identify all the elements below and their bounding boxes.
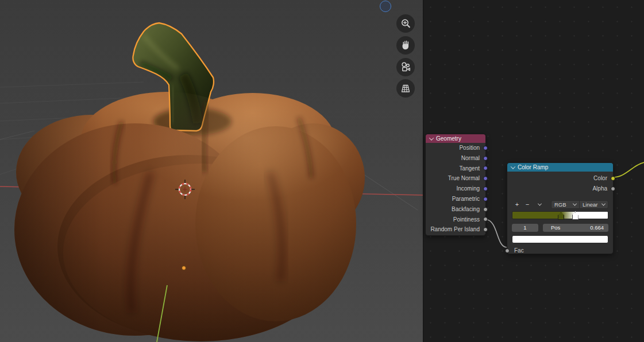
blender-window: Geometry Position Normal Tangent True No… xyxy=(0,0,644,342)
output-label: Parametric xyxy=(452,196,480,202)
color-ramp-node[interactable]: Color Ramp Color Alpha + − xyxy=(507,162,614,254)
output-row-incoming: Incoming xyxy=(426,184,485,194)
output-row-normal: Normal xyxy=(426,153,485,164)
output-row-pointiness: Pointiness xyxy=(426,215,485,225)
geometry-node[interactable]: Geometry Position Normal Tangent True No… xyxy=(425,134,486,236)
ramp-options-dropdown[interactable] xyxy=(533,200,546,209)
socket-backfacing[interactable] xyxy=(483,207,488,212)
output-row-alpha: Alpha xyxy=(507,184,613,194)
stop-index-field[interactable]: 1 xyxy=(512,224,538,232)
output-row-true-normal: True Normal xyxy=(426,173,485,184)
socket-position[interactable] xyxy=(483,146,488,150)
output-label: Backfacing xyxy=(452,206,480,212)
output-label: Position xyxy=(459,145,480,151)
add-stop-button[interactable]: + xyxy=(512,200,522,209)
input-label-fac: Fac xyxy=(514,247,524,254)
output-label: Tangent xyxy=(459,165,480,172)
geometry-node-title: Geometry xyxy=(436,135,461,142)
output-label: Incoming xyxy=(456,185,480,192)
pos-label: Pos xyxy=(551,224,560,232)
color-ramp-node-title: Color Ramp xyxy=(518,164,548,170)
socket-normal[interactable] xyxy=(483,156,488,161)
output-row-color: Color xyxy=(507,173,613,184)
collapse-chevron-icon[interactable] xyxy=(511,164,515,169)
output-row-backfacing: Backfacing xyxy=(426,204,485,215)
collapse-chevron-icon[interactable] xyxy=(429,135,434,140)
socket-parametric[interactable] xyxy=(483,197,488,201)
zoom-button[interactable] xyxy=(396,14,415,33)
output-row-parametric: Parametric xyxy=(426,194,485,204)
remove-stop-button[interactable]: − xyxy=(522,200,533,209)
grid-icon xyxy=(400,83,411,94)
stop-color-swatch[interactable] xyxy=(512,235,608,243)
navigation-gizmo-ball[interactable] xyxy=(380,1,391,12)
color-mode-dropdown[interactable]: RGB xyxy=(551,200,580,209)
output-label: Alpha xyxy=(592,185,607,192)
link-pointiness-to-fac[interactable] xyxy=(486,220,507,248)
chevron-down-icon xyxy=(601,202,606,206)
ramp-stop-handle-0[interactable] xyxy=(558,212,564,220)
socket-alpha-output[interactable] xyxy=(611,186,615,191)
ramp-fields: 1 Pos 0.664 xyxy=(512,224,608,232)
camera-view-button[interactable] xyxy=(396,58,415,76)
output-row-position: Position xyxy=(426,143,485,153)
pos-value: 0.664 xyxy=(590,224,604,232)
output-label: Random Per Island xyxy=(430,226,480,232)
camera-icon xyxy=(400,61,411,73)
color-ramp-gradient-bar[interactable] xyxy=(512,211,608,219)
interpolation-dropdown[interactable]: Linear xyxy=(580,200,608,209)
output-label: Pointiness xyxy=(453,216,480,223)
link-color-output[interactable] xyxy=(614,162,644,177)
object-origin-dot[interactable] xyxy=(182,266,186,270)
ramp-stop-handle-1[interactable] xyxy=(572,212,579,220)
chevron-down-icon xyxy=(537,202,541,206)
input-row-fac: Fac xyxy=(512,246,608,255)
pumpkin-shading xyxy=(0,75,423,342)
color-mode-value: RGB xyxy=(554,201,566,208)
stop-position-slider[interactable]: Pos 0.664 xyxy=(543,224,608,232)
orthographic-grid-button[interactable] xyxy=(396,79,415,98)
output-row-random-per-island: Random Per Island xyxy=(426,224,485,235)
pan-hand-button[interactable] xyxy=(396,36,415,55)
output-label: Normal xyxy=(461,155,480,161)
geometry-node-header[interactable]: Geometry xyxy=(426,134,485,143)
shader-node-editor[interactable]: Geometry Position Normal Tangent True No… xyxy=(423,0,644,342)
output-label: True Normal xyxy=(448,175,480,181)
socket-fac-input[interactable] xyxy=(505,248,510,253)
chevron-down-icon xyxy=(573,202,577,206)
ramp-controls: + − RGB Linear xyxy=(512,200,608,209)
interpolation-value: Linear xyxy=(583,201,597,208)
color-ramp-node-header[interactable]: Color Ramp xyxy=(507,163,613,172)
magnifier-plus-icon xyxy=(400,18,411,29)
output-row-tangent: Tangent xyxy=(426,164,485,174)
scene-pumpkin[interactable] xyxy=(0,0,423,342)
output-label: Color xyxy=(593,175,607,181)
viewport-3d[interactable] xyxy=(0,0,423,342)
hand-icon xyxy=(400,40,411,51)
socket-color-output[interactable] xyxy=(611,176,615,181)
